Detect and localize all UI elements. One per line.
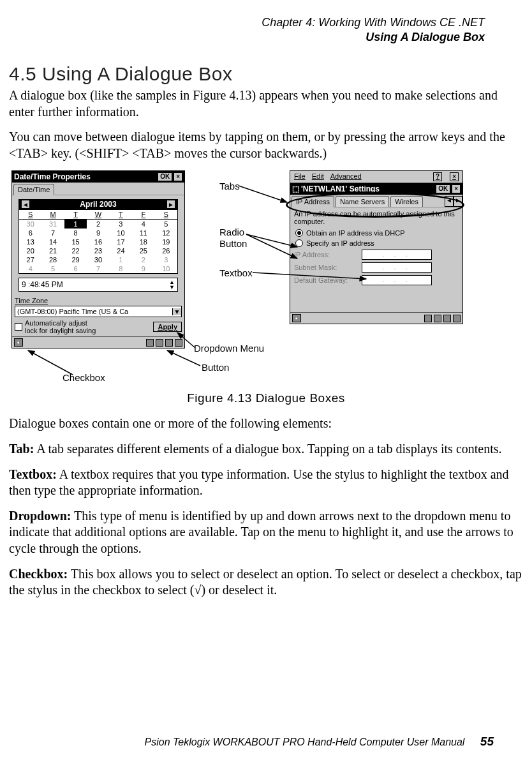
datetime-tab-strip: Date/Time (12, 183, 184, 195)
calendar-day[interactable]: 5 (155, 220, 177, 229)
subnet-input[interactable]: . . . (362, 262, 432, 273)
tray-icon[interactable] (434, 315, 441, 322)
radio-specify[interactable] (295, 239, 303, 247)
calendar-day[interactable]: 9 (87, 228, 109, 237)
calendar-day[interactable]: 28 (41, 255, 64, 264)
time-input[interactable]: 9 :48:45 PM ▲▼ (18, 278, 178, 292)
prev-month-icon[interactable]: ◄ (21, 200, 30, 209)
calendar-day[interactable]: 2 (132, 255, 154, 264)
calendar-day[interactable]: 12 (155, 228, 177, 237)
ip-input[interactable]: . . . (362, 250, 432, 260)
tray-icon[interactable] (443, 315, 451, 322)
callout-tabs: Tabs (219, 181, 240, 191)
tray-icon[interactable] (424, 315, 432, 322)
calendar-day[interactable]: 10 (155, 264, 177, 273)
callout-radio-1: Radio (219, 227, 244, 237)
radio-dhcp[interactable] (295, 229, 303, 237)
radio-specify-row[interactable]: Specify an IP address (290, 238, 462, 248)
calendar-day[interactable]: 13 (19, 237, 41, 246)
calendar-day[interactable]: 6 (19, 228, 41, 237)
calendar-day[interactable]: 15 (64, 237, 87, 246)
calendar-day[interactable]: 29 (64, 255, 87, 264)
menu-edit[interactable]: Edit (312, 172, 324, 181)
calendar-day[interactable]: 2 (87, 220, 109, 229)
calendar-day[interactable]: 1 (64, 220, 87, 229)
calendar-day[interactable]: 20 (19, 246, 41, 255)
timezone-dropdown[interactable]: (GMT-08:00) Pacific Time (US & Ca ▼ (15, 306, 182, 317)
calendar-day[interactable]: 7 (41, 228, 64, 237)
next-month-icon[interactable]: ► (166, 200, 175, 209)
calendar-day[interactable]: 10 (110, 228, 132, 237)
calendar-day[interactable]: 4 (19, 264, 41, 273)
calendar-day[interactable]: 8 (64, 228, 87, 237)
calendar-day[interactable]: 1 (110, 255, 132, 264)
calendar-day[interactable]: 26 (155, 246, 177, 255)
calendar-day[interactable]: 25 (132, 246, 154, 255)
calendar-day[interactable]: 9 (132, 264, 154, 273)
calendar-day[interactable]: 6 (64, 264, 87, 273)
calendar-day[interactable]: 18 (132, 237, 154, 246)
callout-checkbox: Checkbox (63, 372, 105, 383)
calendar-day[interactable]: 14 (41, 237, 64, 246)
calendar-day[interactable]: 17 (110, 237, 132, 246)
figure-caption: Figure 4.13 Dialogue Boxes (9, 391, 523, 405)
tray-icon[interactable] (146, 339, 154, 347)
intro-para-2: You can move between dialogue items by t… (9, 129, 523, 161)
calendar-day[interactable]: 3 (155, 255, 177, 264)
start-button[interactable]: ▪ (292, 314, 301, 322)
calendar-day[interactable]: 30 (87, 255, 109, 264)
calendar-day[interactable]: 4 (132, 220, 154, 229)
tray-icon[interactable] (156, 339, 163, 347)
calendar-day[interactable]: 19 (155, 237, 177, 246)
tray-icon[interactable] (165, 339, 173, 347)
dropdown-definition: Dropdown: This type of menu is identifie… (9, 508, 523, 557)
calendar-day[interactable]: 21 (41, 246, 64, 255)
datetime-title: Date/Time Properties (14, 172, 91, 181)
gateway-label: Default Gateway: (294, 276, 358, 284)
ok-button[interactable]: OK (158, 172, 172, 181)
subnet-label: Subnet Mask: (294, 264, 358, 271)
daylight-checkbox[interactable] (15, 323, 22, 331)
apply-button[interactable]: Apply (153, 322, 182, 332)
close-button[interactable]: × (450, 172, 459, 181)
calendar-day[interactable]: 22 (64, 246, 87, 255)
radio-dhcp-row[interactable]: Obtain an IP address via DHCP (290, 228, 462, 238)
section-heading: 4.5 Using A Dialogue Box (9, 63, 523, 85)
calendar-day[interactable]: 27 (19, 255, 41, 264)
checkbox-definition: Checkbox: This box allows you to select … (9, 566, 523, 599)
calendar-day[interactable]: 30 (19, 220, 41, 229)
page-number: 55 (480, 735, 494, 748)
chapter-line: Chapter 4: Working With Windows CE .NET (9, 15, 485, 30)
menu-advanced[interactable]: Advanced (330, 172, 362, 181)
net-ok-button[interactable]: OK (436, 184, 450, 193)
calendar-day[interactable]: 11 (132, 228, 154, 237)
ip-row: IP Address: . . . (290, 248, 462, 261)
textbox-definition: Textbox: A textbox requires that you typ… (9, 467, 523, 499)
calendar-day[interactable]: 24 (110, 246, 132, 255)
calendar[interactable]: SMTWTFS303112345678910111213141516171819… (18, 209, 178, 274)
calendar-day[interactable]: 8 (110, 264, 132, 273)
callout-button: Button (202, 362, 229, 373)
gateway-input[interactable]: . . . (362, 275, 432, 285)
calendar-day[interactable]: 7 (87, 264, 109, 273)
calendar-day[interactable]: 23 (87, 246, 109, 255)
calendar-day[interactable]: 5 (41, 264, 64, 273)
menu-file[interactable]: File (294, 172, 306, 181)
subnet-row: Subnet Mask: . . . (290, 261, 462, 274)
running-header: Chapter 4: Working With Windows CE .NET … (9, 15, 485, 44)
start-button[interactable]: ▪ (14, 338, 23, 347)
calendar-day[interactable]: 3 (110, 220, 132, 229)
dropdown-arrow-icon[interactable]: ▼ (172, 308, 181, 315)
tab-datetime[interactable]: Date/Time (13, 184, 54, 195)
time-value: 9 :48:45 PM (22, 280, 63, 289)
taskbar-left: ▪ (12, 336, 184, 348)
close-button[interactable]: × (174, 172, 182, 181)
net-title-icon: ⬚ (292, 184, 299, 193)
datetime-titlebar: Date/Time Properties OK × (12, 171, 184, 183)
tray-icon[interactable] (175, 339, 182, 347)
calendar-day[interactable]: 16 (87, 237, 109, 246)
help-button[interactable]: ? (433, 172, 442, 181)
calendar-day[interactable]: 31 (41, 220, 64, 229)
net-close-button[interactable]: × (452, 184, 461, 193)
tray-icon[interactable] (453, 315, 461, 322)
